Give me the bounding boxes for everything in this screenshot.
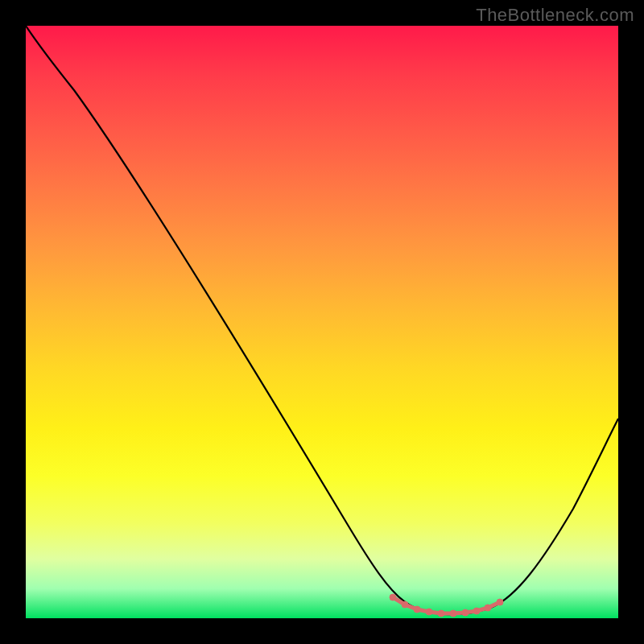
plot-area — [26, 26, 618, 618]
bottleneck-curve-line — [26, 26, 618, 614]
watermark-text: TheBottleneck.com — [476, 5, 634, 26]
marker-dots-group — [390, 594, 503, 617]
chart-svg — [26, 26, 618, 618]
